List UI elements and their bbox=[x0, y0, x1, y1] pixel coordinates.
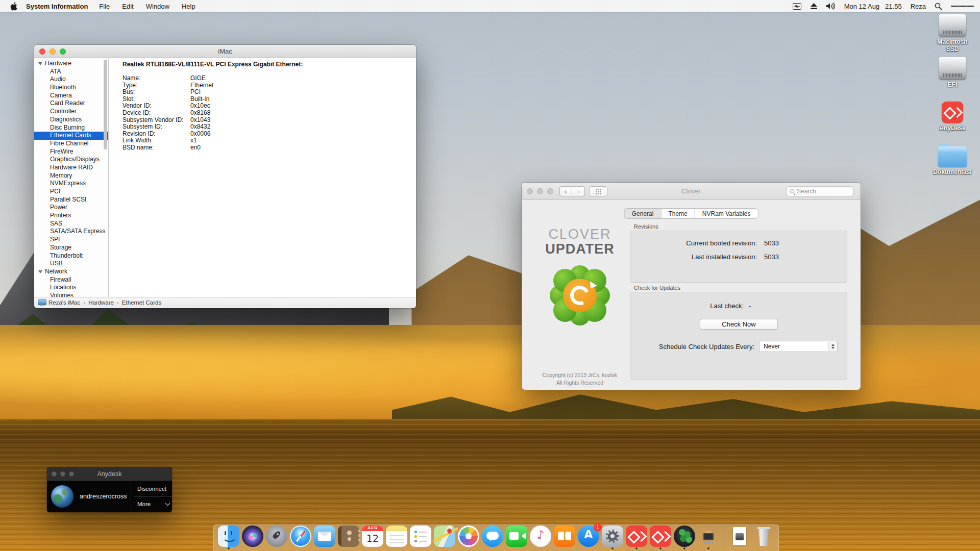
dock-item-mail[interactable] bbox=[314, 525, 335, 549]
dock-item-anydesk[interactable] bbox=[626, 525, 647, 549]
activity-monitor-icon[interactable] bbox=[793, 3, 801, 10]
sidebar-item-firewire[interactable]: FireWire bbox=[34, 148, 108, 156]
dock-item-ibooks[interactable] bbox=[554, 525, 575, 549]
desktop-icon-efi[interactable]: EFI bbox=[930, 57, 974, 89]
sidebar-item-fibre-channel[interactable]: Fibre Channel bbox=[34, 140, 108, 148]
dock-item-maps[interactable] bbox=[434, 525, 455, 549]
sidebar-item-storage[interactable]: Storage bbox=[34, 244, 108, 252]
sidebar-item-printers[interactable]: Printers bbox=[34, 212, 108, 220]
anydesk-title-bar[interactable]: Anydesk bbox=[47, 467, 172, 481]
sidebar-item-sata-sata-express[interactable]: SATA/SATA Express bbox=[34, 228, 108, 236]
sidebar-item-hardware-raid[interactable]: Hardware RAID bbox=[34, 164, 108, 172]
tab-theme[interactable]: Theme bbox=[660, 209, 694, 218]
sidebar-item-usb[interactable]: USB bbox=[34, 260, 108, 268]
disconnect-button[interactable]: Disconnect bbox=[131, 481, 172, 496]
sidebar-scrollbar-track[interactable] bbox=[103, 58, 108, 297]
dock-item-sysprefs[interactable] bbox=[602, 525, 623, 549]
dock-item-contacts[interactable] bbox=[338, 525, 359, 549]
breadcrumb-reza-s-imac[interactable]: Reza's iMac bbox=[48, 299, 80, 306]
sidebar-item-pci[interactable]: PCI bbox=[34, 188, 108, 196]
close-button[interactable] bbox=[52, 471, 57, 477]
view-switcher-button[interactable] bbox=[589, 186, 607, 196]
sidebar-item-power[interactable]: Power bbox=[34, 204, 108, 212]
sidebar-item-memory[interactable]: Memory bbox=[34, 172, 108, 180]
disclosure-triangle-icon[interactable] bbox=[38, 62, 42, 65]
dock-item-clover-configurator[interactable] bbox=[674, 525, 695, 549]
sidebar-item-sas[interactable]: SAS bbox=[34, 220, 108, 228]
sidebar-item-thunderbolt[interactable]: Thunderbolt bbox=[34, 252, 108, 260]
desktop-icon-dokumentasi[interactable]: Dokumentasi bbox=[930, 146, 974, 176]
menu-bar-user[interactable]: Reza bbox=[911, 3, 926, 10]
disclosure-triangle-icon[interactable] bbox=[38, 270, 42, 273]
close-button[interactable] bbox=[527, 188, 533, 194]
dock-item-siri[interactable] bbox=[242, 525, 263, 549]
dock-item-hackintool[interactable] bbox=[698, 525, 719, 549]
dock-item-anydesk2[interactable] bbox=[650, 525, 671, 549]
dock-item-document[interactable] bbox=[729, 525, 750, 549]
breadcrumb-ethernet-cards[interactable]: Ethernet Cards bbox=[122, 299, 161, 306]
sysinfo-title-bar[interactable]: iMac bbox=[34, 45, 416, 58]
close-button[interactable] bbox=[39, 48, 45, 55]
sidebar-item-volumes[interactable]: Volumes bbox=[34, 292, 108, 297]
tab-nvram-variables[interactable]: NVRam Variables bbox=[695, 209, 757, 218]
desktop-icon-anydesk[interactable]: AnyDesk bbox=[930, 102, 974, 132]
sidebar-item-ata[interactable]: ATA bbox=[34, 68, 108, 76]
clover-title-bar[interactable]: ‹ › Clover Search bbox=[522, 183, 861, 200]
sidebar-item-parallel-scsi[interactable]: Parallel SCSI bbox=[34, 196, 108, 204]
minimize-button[interactable] bbox=[537, 188, 543, 194]
sidebar-scrollbar-thumb[interactable] bbox=[104, 60, 107, 149]
sidebar-item-audio[interactable]: Audio bbox=[34, 76, 108, 84]
dock-item-photos[interactable] bbox=[458, 525, 479, 549]
volume-icon[interactable] bbox=[826, 3, 836, 10]
desktop-icon-macintosh-ssd[interactable]: Macintosh SSD bbox=[930, 14, 974, 53]
dock-item-notes[interactable] bbox=[386, 525, 407, 549]
sidebar-item-firewall[interactable]: Firewall bbox=[34, 276, 108, 284]
menu-edit[interactable]: Edit bbox=[122, 3, 133, 10]
forward-button[interactable]: › bbox=[572, 186, 585, 196]
notification-center-icon[interactable] bbox=[951, 5, 974, 8]
dock-item-reminders[interactable] bbox=[410, 525, 431, 549]
dock-item-finder[interactable] bbox=[218, 525, 239, 549]
breadcrumb-hardware[interactable]: Hardware bbox=[88, 299, 114, 306]
sidebar-item-spi[interactable]: SPI bbox=[34, 236, 108, 244]
sidebar-item-graphics-displays[interactable]: Graphics/Displays bbox=[34, 156, 108, 164]
dock-item-trash[interactable] bbox=[753, 525, 774, 549]
apple-menu-icon[interactable] bbox=[10, 2, 18, 11]
zoom-button[interactable] bbox=[69, 471, 74, 477]
minimize-button[interactable] bbox=[50, 48, 56, 55]
search-input[interactable]: Search bbox=[786, 186, 853, 196]
dock-item-calendar[interactable] bbox=[362, 525, 383, 549]
more-button[interactable]: More bbox=[131, 497, 172, 512]
sidebar-item-camera[interactable]: Camera bbox=[34, 92, 108, 100]
check-now-button[interactable]: Check Now bbox=[700, 319, 778, 330]
sidebar-section-network[interactable]: Network bbox=[34, 268, 108, 276]
sidebar-item-locations[interactable]: Locations bbox=[34, 284, 108, 292]
dock-item-launchpad[interactable] bbox=[266, 525, 287, 549]
dock-item-appstore[interactable]: 1 bbox=[578, 525, 599, 549]
sidebar-item-diagnostics[interactable]: Diagnostics bbox=[34, 116, 108, 124]
spotlight-icon[interactable] bbox=[935, 3, 942, 10]
tab-general[interactable]: General bbox=[625, 209, 661, 218]
menu-bar-date[interactable]: Mon 12 Aug bbox=[844, 3, 879, 10]
sidebar-item-disc-burning[interactable]: Disc Burning bbox=[34, 124, 108, 132]
menu-file[interactable]: File bbox=[99, 3, 110, 10]
schedule-dropdown[interactable]: Never bbox=[759, 341, 838, 352]
dock-item-messages[interactable] bbox=[482, 525, 503, 549]
sidebar-item-nvmexpress[interactable]: NVMExpress bbox=[34, 180, 108, 188]
sidebar-item-controller[interactable]: Controller bbox=[34, 108, 108, 116]
dock-item-safari[interactable] bbox=[290, 525, 311, 549]
zoom-button[interactable] bbox=[60, 48, 66, 55]
active-app-name[interactable]: System Information bbox=[26, 3, 88, 10]
eject-icon[interactable] bbox=[810, 3, 818, 10]
zoom-button[interactable] bbox=[547, 188, 553, 194]
dock-item-facetime[interactable] bbox=[506, 525, 527, 549]
sidebar-item-card-reader[interactable]: Card Reader bbox=[34, 99, 108, 108]
minimize-button[interactable] bbox=[60, 471, 65, 477]
back-button[interactable]: ‹ bbox=[559, 186, 572, 196]
menu-window[interactable]: Window bbox=[146, 3, 169, 10]
dock-item-itunes[interactable] bbox=[530, 525, 551, 549]
menu-help[interactable]: Help bbox=[182, 3, 195, 10]
sidebar-section-hardware[interactable]: Hardware bbox=[34, 60, 108, 68]
sidebar-item-ethernet-cards[interactable]: Ethernet Cards bbox=[34, 132, 108, 140]
menu-bar-time[interactable]: 21.55 bbox=[885, 3, 902, 10]
